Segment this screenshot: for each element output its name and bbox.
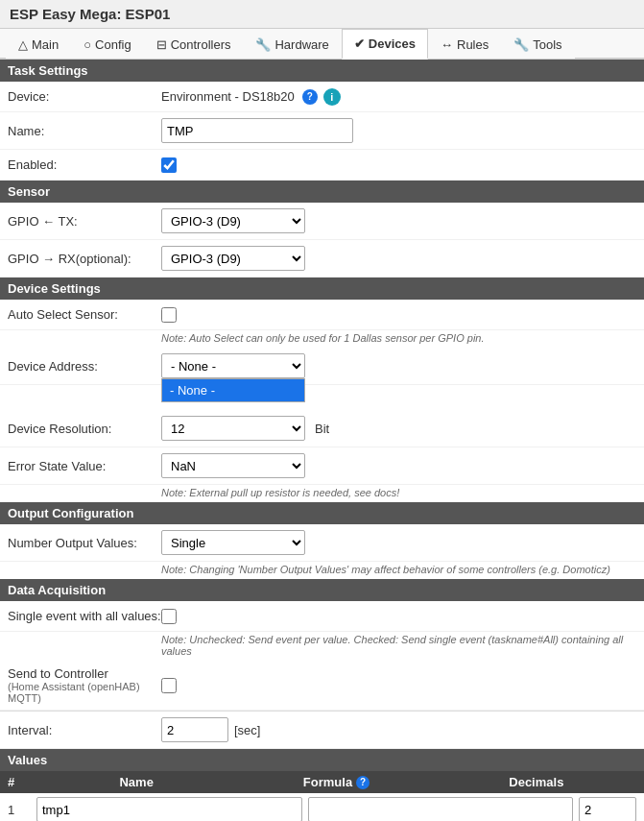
main-icon: △	[18, 37, 28, 52]
values-section-header: Values	[0, 749, 644, 771]
table-row: 1	[0, 793, 644, 821]
values-col-formula: Formula ?	[236, 775, 436, 789]
device-resolution-label: Device Resolution:	[8, 422, 161, 436]
device-address-dropdown-open[interactable]: - None -	[161, 378, 305, 402]
device-value: Environment - DS18b20	[161, 89, 295, 104]
device-resolution-select[interactable]: 12	[161, 416, 305, 441]
interval-row: Interval: [sec]	[0, 712, 644, 749]
gpio-tx-select[interactable]: GPIO-3 (D9)	[161, 208, 305, 233]
device-address-row: Device Address: - None - - None -	[0, 348, 644, 385]
tab-config-label: Config	[95, 37, 131, 52]
num-output-control: Single	[161, 530, 636, 555]
error-state-note: Note: External pull up resistor is neede…	[0, 485, 644, 502]
tab-controllers[interactable]: ⊟ Controllers	[144, 30, 244, 59]
device-row: Device: Environment - DS18b20 ? i	[0, 82, 644, 112]
gpio-rx-control: GPIO-3 (D9)	[161, 246, 636, 271]
device-resolution-control: 12 Bit	[161, 416, 636, 441]
single-event-checkbox[interactable]	[161, 609, 177, 624]
send-controller-checkbox[interactable]	[161, 678, 177, 693]
single-event-label: Single event with all values:	[8, 609, 161, 623]
auto-select-row: Auto Select Sensor:	[0, 300, 644, 330]
device-control: Environment - DS18b20 ? i	[161, 88, 636, 106]
error-state-select[interactable]: NaN	[161, 453, 305, 478]
bit-label: Bit	[315, 422, 329, 436]
tools-icon: 🔧	[513, 37, 529, 52]
nav-tabs: △ Main ○ Config ⊟ Controllers 🔧 Hardware…	[0, 29, 644, 60]
interval-input[interactable]	[161, 717, 228, 742]
single-event-control	[161, 609, 636, 624]
rules-icon: ↔	[441, 37, 453, 52]
page-title: ESP Easy Mega: ESP01	[0, 0, 644, 29]
gpio-rx-label: GPIO → RX(optional):	[8, 252, 161, 266]
tab-main-label: Main	[32, 37, 59, 52]
tab-hardware-label: Hardware	[274, 37, 328, 52]
controllers-icon: ⊟	[156, 37, 167, 52]
send-controller-label: Send to Controller (Home Assistant (open…	[8, 666, 161, 704]
num-output-note: Note: Changing 'Number Output Values' ma…	[0, 562, 644, 579]
values-col-num: #	[8, 775, 36, 789]
tab-hardware[interactable]: 🔧 Hardware	[243, 30, 341, 59]
tab-rules-label: Rules	[457, 37, 489, 52]
device-help-badge[interactable]: ?	[302, 89, 318, 105]
tab-tools[interactable]: 🔧 Tools	[501, 30, 574, 59]
name-label: Name:	[8, 124, 161, 138]
send-controller-sub: (Home Assistant (openHAB)MQTT)	[8, 681, 161, 704]
num-output-select[interactable]: Single	[161, 530, 305, 555]
interval-unit: [sec]	[234, 723, 260, 737]
values-col-name: Name	[36, 775, 236, 789]
device-address-select[interactable]: - None -	[161, 353, 305, 378]
row-decimals-input[interactable]	[579, 797, 636, 821]
devices-icon: ✔	[354, 36, 365, 51]
single-event-row: Single event with all values:	[0, 601, 644, 632]
row-name-input[interactable]	[36, 797, 302, 821]
num-output-row: Number Output Values: Single	[0, 524, 644, 562]
tab-devices[interactable]: ✔ Devices	[342, 29, 428, 60]
gpio-rx-select[interactable]: GPIO-3 (D9)	[161, 246, 305, 271]
output-config-header: Output Configuration	[0, 502, 644, 524]
gpio-tx-control: GPIO-3 (D9)	[161, 208, 636, 233]
name-input[interactable]	[161, 118, 353, 143]
tab-tools-label: Tools	[533, 37, 561, 52]
hardware-icon: 🔧	[255, 37, 271, 52]
error-state-row: Error State Value: NaN	[0, 447, 644, 485]
send-controller-row: Send to Controller (Home Assistant (open…	[0, 661, 644, 711]
row-formula-input[interactable]	[308, 797, 574, 821]
auto-select-control	[161, 307, 636, 323]
device-address-control: - None - - None -	[161, 353, 636, 378]
device-label: Device:	[8, 89, 161, 104]
tab-controllers-label: Controllers	[171, 37, 231, 52]
values-col-decimals: Decimals	[437, 775, 636, 789]
interval-label: Interval:	[8, 723, 161, 737]
row-num: 1	[8, 803, 31, 817]
error-state-label: Error State Value:	[8, 459, 161, 473]
single-event-note: Note: Unchecked: Send event per value. C…	[0, 632, 644, 661]
auto-select-checkbox[interactable]	[161, 307, 177, 323]
tab-config[interactable]: ○ Config	[71, 30, 143, 59]
enabled-label: Enabled:	[8, 157, 161, 172]
formula-help-badge[interactable]: ?	[356, 776, 370, 789]
tab-devices-label: Devices	[369, 36, 416, 51]
enabled-checkbox[interactable]	[161, 157, 177, 173]
auto-select-label: Auto Select Sensor:	[8, 307, 161, 322]
device-address-label: Device Address:	[8, 359, 161, 374]
content-area: Task Settings Device: Environment - DS18…	[0, 60, 644, 821]
name-row: Name:	[0, 112, 644, 150]
task-settings-header: Task Settings	[0, 60, 644, 82]
enabled-control	[161, 157, 636, 173]
device-resolution-row: Device Resolution: 12 Bit	[0, 410, 644, 447]
enabled-row: Enabled:	[0, 150, 644, 181]
auto-select-note: Note: Auto Select can only be used for 1…	[0, 330, 644, 348]
name-control	[161, 118, 636, 143]
send-controller-control	[161, 678, 636, 693]
data-acquisition-header: Data Acquisition	[0, 579, 644, 601]
interval-control: [sec]	[161, 717, 636, 742]
error-state-control: NaN	[161, 453, 636, 478]
gpio-tx-row: GPIO ← TX: GPIO-3 (D9)	[0, 203, 644, 240]
sensor-header: Sensor	[0, 181, 644, 203]
tab-main[interactable]: △ Main	[6, 30, 71, 59]
gpio-rx-row: GPIO → RX(optional): GPIO-3 (D9)	[0, 240, 644, 278]
gpio-tx-label: GPIO ← TX:	[8, 214, 161, 229]
device-info-badge[interactable]: i	[323, 88, 341, 106]
tab-rules[interactable]: ↔ Rules	[428, 30, 501, 59]
device-settings-header: Device Settings	[0, 278, 644, 300]
